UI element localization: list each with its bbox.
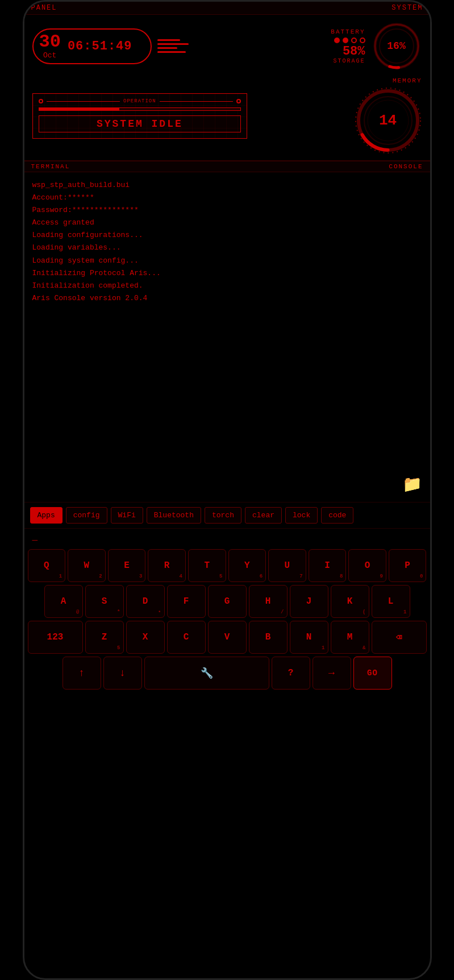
- terminal-line: Initializing Protocol Aris...: [32, 267, 422, 280]
- system-idle-text: SYSTEM IDLE: [39, 115, 241, 132]
- key-D[interactable]: D•: [126, 585, 165, 618]
- key-_[interactable]: →: [313, 657, 351, 690]
- quick-btn-lock[interactable]: lock: [285, 507, 318, 524]
- signal-bar-1: [157, 39, 180, 41]
- storage-percent: 58%: [343, 45, 365, 58]
- device-frame: PANEL SYSTEM 30 Oct 06:51:49: [23, 0, 432, 980]
- key-Z[interactable]: Z5: [85, 621, 124, 654]
- battery-gauge: 16%: [371, 20, 422, 72]
- key-sublabel: 5: [219, 574, 222, 579]
- key-label: ↓: [119, 667, 126, 679]
- terminal-header: TERMINAL CONSOLE: [24, 161, 430, 172]
- keyboard-row-2: 123Z5XCVBN1M&⌫: [28, 621, 427, 654]
- key-sublabel: •: [158, 609, 161, 615]
- quick-btn-wifi[interactable]: WiFi: [111, 507, 143, 524]
- key-label: A: [61, 596, 66, 607]
- memory-label: MEMORY: [393, 77, 422, 84]
- keyboard-row-0: Q1W2E3R4T5Y6U7I8O9P0: [28, 549, 427, 582]
- key-R[interactable]: R4: [148, 549, 186, 582]
- operation-row: OPERATION: [39, 98, 241, 104]
- key-X[interactable]: X: [126, 621, 165, 654]
- key-V[interactable]: V: [208, 621, 247, 654]
- key-label: N: [306, 632, 312, 642]
- signal-bar-3: [157, 47, 177, 49]
- key-label: P: [405, 560, 410, 571]
- keyboard: Q1W2E3R4T5Y6U7I8O9P0A@S*D•FGH/JK(L1123Z5…: [24, 546, 430, 698]
- key-U[interactable]: U7: [268, 549, 306, 582]
- terminal-line: wsp_stp_auth_build.bui: [32, 179, 422, 192]
- key-GO[interactable]: GO: [353, 657, 392, 690]
- quick-btn-apps[interactable]: Apps: [30, 507, 63, 524]
- key-G[interactable]: G: [208, 585, 247, 618]
- key-sublabel: 1: [59, 574, 62, 579]
- key-_[interactable]: ⌫: [372, 621, 427, 654]
- key-123[interactable]: 123: [28, 621, 83, 654]
- key-label: G: [224, 596, 230, 607]
- key-B[interactable]: B: [249, 621, 288, 654]
- operation-label: OPERATION: [123, 98, 156, 104]
- key-W[interactable]: W2: [68, 549, 106, 582]
- signal-bars: [157, 39, 259, 53]
- battery-dot-4: [360, 38, 365, 43]
- key-E[interactable]: E3: [108, 549, 146, 582]
- key-Y[interactable]: Y6: [228, 549, 266, 582]
- key-label: M: [347, 632, 353, 642]
- terminal-line: Account:******: [32, 192, 422, 204]
- panel-header: PANEL SYSTEM: [24, 2, 430, 15]
- quick-btn-clear[interactable]: clear: [245, 507, 282, 524]
- battery-dots: [334, 38, 365, 43]
- key-F[interactable]: F: [167, 585, 206, 618]
- key-_[interactable]: ↑: [63, 657, 101, 690]
- key-sublabel: 6: [260, 574, 263, 579]
- date-month: Oct: [43, 51, 56, 60]
- quick-btn-bluetooth[interactable]: Bluetooth: [147, 507, 201, 524]
- key-label: ?: [288, 668, 294, 678]
- key-label: ↑: [78, 667, 85, 679]
- key-Q[interactable]: Q1: [28, 549, 66, 582]
- key-label: J: [306, 596, 312, 607]
- key-I[interactable]: I8: [309, 549, 347, 582]
- op-line-right: [160, 101, 234, 102]
- memory-section: MEMORY 14: [253, 77, 422, 155]
- key-_[interactable]: ↓: [103, 657, 142, 690]
- quick-bar: AppsconfigWiFiBluetoothtorchclearlockcod…: [24, 502, 430, 529]
- terminal-line: Access granted: [32, 217, 422, 229]
- key-label: W: [84, 560, 90, 571]
- memory-value: 14: [379, 112, 397, 129]
- key-label: Q: [44, 560, 49, 571]
- key-M[interactable]: M&: [331, 621, 369, 654]
- key-sublabel: (: [363, 609, 365, 615]
- key-label: F: [184, 596, 189, 607]
- date-day: 30: [39, 33, 61, 51]
- key-label: X: [143, 632, 148, 642]
- key-N[interactable]: N1: [290, 621, 328, 654]
- dashboard: 30 Oct 06:51:49 BATTERY: [24, 15, 430, 161]
- quick-btn-code[interactable]: code: [321, 507, 353, 524]
- quick-btn-config[interactable]: config: [66, 507, 107, 524]
- key-label: B: [265, 632, 271, 642]
- terminal-line: Aris Console version 2.0.4: [32, 292, 422, 305]
- key-sublabel: *: [117, 609, 120, 615]
- key-label: Y: [244, 560, 250, 571]
- key-P[interactable]: P0: [389, 549, 427, 582]
- op-line-left: [47, 101, 120, 102]
- key-H[interactable]: H/: [249, 585, 288, 618]
- key-C[interactable]: C: [167, 621, 206, 654]
- folder-icon[interactable]: 📁: [402, 475, 422, 494]
- key-A[interactable]: A@: [44, 585, 83, 618]
- key-L[interactable]: L1: [372, 585, 410, 618]
- key-__[interactable]: 🔧: [144, 657, 269, 690]
- key-sublabel: 4: [180, 574, 182, 579]
- key-_[interactable]: ?: [272, 657, 310, 690]
- key-O[interactable]: O9: [348, 549, 386, 582]
- progress-bar-fill: [39, 108, 120, 110]
- key-J[interactable]: J: [290, 585, 328, 618]
- input-line[interactable]: _: [24, 529, 430, 546]
- terminal-output[interactable]: wsp_stp_auth_build.buiAccount:******Pass…: [24, 172, 430, 502]
- terminal-line: Loading system config...: [32, 255, 422, 267]
- key-S[interactable]: S*: [85, 585, 124, 618]
- key-label: L: [388, 596, 394, 607]
- key-T[interactable]: T5: [188, 549, 226, 582]
- key-K[interactable]: K(: [331, 585, 369, 618]
- quick-btn-torch[interactable]: torch: [205, 507, 241, 524]
